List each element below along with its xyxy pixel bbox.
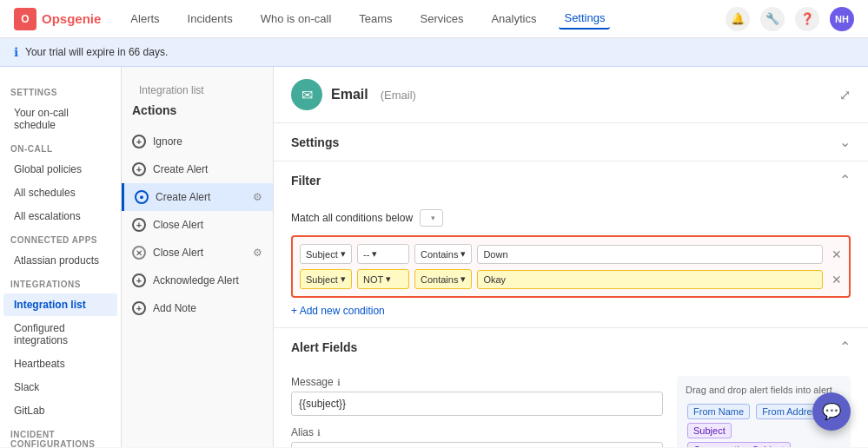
gear-icon[interactable]: ⚙ (253, 247, 262, 259)
condition-1-field[interactable]: Subject ▾ (300, 244, 352, 264)
nav-right-icons: 🔔 🔧 ❓ NH (726, 7, 854, 31)
chevron-down-icon: ▾ (386, 273, 391, 285)
expand-icon[interactable]: ⤢ (839, 87, 851, 103)
trial-banner: ℹ Your trial will expire in 66 days. (0, 38, 868, 67)
alias-input[interactable] (291, 442, 663, 447)
sidebar-item-configured-integrations[interactable]: Configured integrations (3, 317, 117, 352)
action-item-close-alert-header[interactable]: + Close Alert (122, 211, 273, 239)
gear-icon[interactable]: ⚙ (253, 191, 262, 203)
alias-field-group: Alias ℹ (291, 426, 663, 447)
sidebar-item-all-schedules[interactable]: All schedules (3, 181, 117, 204)
sidebar-item-your-on-call-schedule[interactable]: Your on-call schedule (3, 102, 117, 136)
sidebar-item-slack[interactable]: Slack (3, 376, 117, 399)
drag-drop-title: Drag and drop alert fields into alert (686, 385, 842, 395)
plus-icon: + (132, 301, 146, 315)
filter-section: Filter ⌃ Match all conditions below ▾ (274, 161, 868, 328)
filter-match-select[interactable]: ▾ (420, 209, 443, 227)
action-item-create-alert-header[interactable]: + Create Alert (122, 155, 273, 183)
tools-icon[interactable]: 🔧 (760, 7, 785, 31)
nav-teams[interactable]: Teams (354, 9, 397, 29)
nav-settings[interactable]: Settings (559, 8, 610, 30)
action-label-close-alert-header: Close Alert (153, 219, 203, 231)
message-input[interactable] (291, 392, 663, 416)
condition-row-1: Subject ▾ -- ▾ Contains ▾ (300, 244, 842, 264)
filter-collapse-icon[interactable]: ⌃ (839, 172, 851, 188)
filter-body: Match all conditions below ▾ Subject ▾ (274, 199, 868, 327)
settings-expand-icon[interactable]: ⌄ (839, 134, 851, 150)
condition-2-value[interactable]: Okay (477, 270, 823, 289)
settings-section-header[interactable]: Settings ⌄ (274, 123, 868, 161)
plus-icon: + (132, 162, 146, 176)
condition-1-operator[interactable]: -- ▾ (357, 244, 409, 264)
nav-analytics[interactable]: Analytics (486, 9, 541, 29)
content-area: Integration list Actions + Ignore + Crea… (122, 67, 868, 447)
logo[interactable]: O Opsgenie (14, 8, 101, 30)
action-label-ignore: Ignore (153, 135, 182, 148)
sidebar: Settings Your on-call schedule ON-CALL G… (0, 67, 122, 447)
sidebar-settings-label: Settings (0, 81, 121, 101)
logo-text: Opsgenie (42, 11, 101, 26)
integration-title: Email (331, 87, 368, 102)
sidebar-item-integration-list[interactable]: Integration list (3, 293, 117, 316)
plus-icon: + (132, 135, 146, 148)
filter-match-row: Match all conditions below ▾ (291, 209, 851, 227)
action-item-acknowledge-alert[interactable]: + Acknowledge Alert (122, 267, 273, 294)
chevron-down-icon: ▾ (341, 273, 346, 285)
logo-icon: O (14, 8, 36, 30)
alert-fields-collapse-icon[interactable]: ⌃ (839, 339, 851, 355)
action-label-close-alert-gear: Close Alert (153, 247, 203, 259)
field-tag-conversation-subject[interactable]: Conversation Subject (687, 442, 791, 447)
nav-who-is-on-call[interactable]: Who is on-call (255, 9, 337, 29)
action-item-ignore[interactable]: + Ignore (122, 128, 273, 155)
settings-section-title: Settings (291, 135, 339, 149)
action-item-add-note[interactable]: + Add Note (122, 294, 273, 322)
field-tag-subject[interactable]: Subject (687, 423, 732, 438)
help-icon[interactable]: ❓ (795, 7, 819, 31)
delete-condition-2-icon[interactable]: ✕ (832, 273, 842, 287)
action-label-create-alert-active: Create Alert (156, 191, 210, 203)
plus-icon: + (132, 273, 146, 287)
chevron-down-icon: ▾ (372, 248, 377, 260)
sidebar-item-heartbeats[interactable]: Heartbeats (3, 352, 117, 375)
alias-label: Alias ℹ (291, 426, 663, 438)
condition-1-value[interactable]: Down (477, 245, 823, 264)
add-condition-button[interactable]: + Add new condition (291, 305, 385, 317)
filter-section-title: Filter (291, 174, 321, 188)
info-icon: ℹ (14, 45, 18, 59)
delete-condition-1-icon[interactable]: ✕ (832, 247, 842, 261)
settings-section: Settings ⌄ (274, 123, 868, 161)
condition-1-comparator[interactable]: Contains ▾ (414, 244, 472, 264)
action-item-close-alert-gear[interactable]: ✕ Close Alert ⚙ (122, 239, 273, 267)
breadcrumb: Integration list (122, 77, 273, 103)
conditions-box: Subject ▾ -- ▾ Contains ▾ (291, 235, 851, 298)
alert-fields-section-header[interactable]: Alert Fields ⌃ (274, 328, 868, 366)
condition-2-comparator[interactable]: Contains ▾ (414, 269, 472, 289)
field-tag-from-name[interactable]: From Name (687, 404, 750, 419)
sidebar-item-gitlab[interactable]: GitLab (3, 399, 117, 422)
nav-alerts[interactable]: Alerts (125, 9, 164, 29)
chat-bubble-button[interactable]: 💬 (812, 392, 851, 431)
condition-row-2: Subject ▾ NOT ▾ Contains ▾ (300, 269, 842, 289)
user-avatar[interactable]: NH (830, 7, 854, 31)
sidebar-item-atlassian-products[interactable]: Atlassian products (3, 249, 117, 272)
sidebar-on-call-label: ON-CALL (0, 137, 121, 157)
condition-2-field[interactable]: Subject ▾ (300, 269, 352, 289)
filter-section-header[interactable]: Filter ⌃ (274, 161, 868, 199)
action-item-create-alert-active[interactable]: ● Create Alert ⚙ (122, 183, 273, 211)
chevron-down-icon: ▾ (341, 248, 346, 260)
sidebar-item-all-escalations[interactable]: All escalations (3, 205, 117, 227)
trial-banner-message: Your trial will expire in 66 days. (25, 46, 168, 58)
condition-2-operator[interactable]: NOT ▾ (357, 269, 409, 289)
sidebar-connected-apps-label: CONNECTED APPS (0, 228, 121, 248)
plus-icon: + (132, 218, 146, 232)
action-label-create-alert-header: Create Alert (153, 163, 208, 175)
nav-incidents[interactable]: Incidents (182, 9, 238, 29)
chevron-down-icon: ▾ (461, 248, 466, 260)
sidebar-item-global-policies[interactable]: Global policies (3, 158, 117, 181)
nav-services[interactable]: Services (415, 9, 469, 29)
actions-panel: Integration list Actions + Ignore + Crea… (122, 67, 274, 447)
info-icon: ℹ (317, 428, 321, 438)
top-navigation: O Opsgenie Alerts Incidents Who is on-ca… (0, 0, 868, 38)
chevron-down-icon: ▾ (461, 273, 466, 285)
notifications-icon[interactable]: 🔔 (726, 7, 750, 31)
